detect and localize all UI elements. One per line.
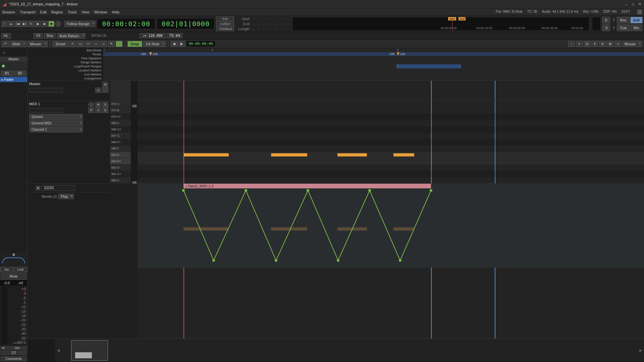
- menu-window[interactable]: Window: [94, 10, 107, 14]
- panner[interactable]: [1, 253, 26, 266]
- solo-alert-button[interactable]: Solo: [216, 16, 234, 21]
- mute-button[interactable]: Mute: [1, 273, 26, 280]
- master-mute-button[interactable]: M: [102, 82, 108, 87]
- cut-tool[interactable]: ✂: [85, 41, 92, 47]
- automation-lane-header[interactable]: ✕ 12151: [28, 184, 110, 192]
- smart-button[interactable]: Smart: [53, 41, 68, 47]
- metronome-button[interactable]: ▲: [8, 21, 14, 27]
- midi1-solo-button[interactable]: S: [102, 102, 108, 107]
- output-button[interactable]: Out: [7, 346, 27, 350]
- visual-undo-button[interactable]: ↶: [2, 41, 9, 47]
- zoom-tracks-in[interactable]: ⊕: [607, 41, 613, 47]
- audition-alert-button[interactable]: Audition: [216, 21, 234, 26]
- track-header-master[interactable]: Master M A G: [28, 81, 110, 101]
- ruler-cue[interactable]: [103, 72, 644, 76]
- piano-key[interactable]: 064 E: [110, 152, 131, 158]
- midi1-group-button[interactable]: G: [102, 108, 108, 113]
- summary-left-button[interactable]: ◀: [55, 339, 62, 362]
- ruler-label-range[interactable]: Range Markers: [28, 60, 101, 64]
- edit-page-button[interactable]: Edit: [630, 17, 643, 23]
- master-canvas[interactable]: [138, 81, 644, 101]
- output-page[interactable]: 1/2: [0, 350, 27, 355]
- nudge-right-button[interactable]: ▶: [178, 41, 185, 47]
- automation-mode-combo[interactable]: Play: [58, 194, 73, 199]
- stop-label[interactable]: Stop: [44, 33, 56, 39]
- snap-button[interactable]: Snap: [127, 41, 142, 47]
- play-range-button[interactable]: ▶: [35, 21, 41, 27]
- strip-name[interactable]: Master: [0, 57, 27, 62]
- piano-key[interactable]: 063 D♯: [110, 158, 131, 165]
- peak-display[interactable]: -inf: [14, 280, 28, 286]
- edit-tool[interactable]: ⬚: [116, 41, 122, 47]
- ruler-location[interactable]: [103, 68, 644, 72]
- automation-value[interactable]: 12151: [42, 185, 75, 191]
- ruler-tsig[interactable]: [103, 56, 644, 60]
- midi1-rec-button[interactable]: ●: [88, 102, 94, 107]
- midi1-channel-combo[interactable]: Channel 1: [29, 127, 83, 132]
- phase-invert-2[interactable]: Ø2: [14, 70, 27, 76]
- midi-panic-button[interactable]: !: [1, 21, 7, 27]
- nudge-clock[interactable]: 00:00:00:00: [186, 41, 215, 47]
- punch-in-button[interactable]: ⊏: [602, 17, 610, 23]
- record-button[interactable]: ●: [55, 21, 61, 27]
- zoom-height-button[interactable]: ⇕: [591, 41, 598, 47]
- automation-point[interactable]: [245, 189, 247, 192]
- auto-return-combo[interactable]: Auto Return: [57, 33, 86, 39]
- automation-point[interactable]: [275, 259, 277, 262]
- range-tool[interactable]: ▭: [77, 41, 84, 47]
- grab-tool[interactable]: ↖: [69, 41, 76, 47]
- tempo-display[interactable]: ♩= 120.000: [140, 33, 166, 38]
- marker-end[interactable]: end: [459, 17, 466, 20]
- menu-edit[interactable]: Edit: [40, 10, 47, 14]
- tempo-marker-icon[interactable]: [397, 52, 399, 56]
- ruler-loop[interactable]: [103, 64, 644, 68]
- automation-point[interactable]: [213, 259, 215, 262]
- comments-button[interactable]: Comments: [0, 356, 27, 362]
- zoom-full-button[interactable]: ⊡: [584, 41, 590, 47]
- stretch-tool[interactable]: ↔: [93, 41, 99, 47]
- piano-key[interactable]: 065 F: [110, 145, 131, 152]
- phase-invert-1[interactable]: Ø1: [1, 70, 13, 76]
- summary-right-button[interactable]: ▶: [637, 339, 644, 362]
- tempo-marker-icon[interactable]: [149, 52, 152, 56]
- piano-roll-keys[interactable]: 072 C071 B070 A♯069 A068 G♯067 G066 F♯06…: [110, 101, 131, 184]
- zoom-out-button[interactable]: −: [568, 41, 575, 47]
- edit-mode-combo[interactable]: Slide: [10, 41, 26, 47]
- ruler-label-tsig[interactable]: Time Signature: [28, 56, 101, 60]
- piano-key[interactable]: 070 A♯: [110, 114, 131, 120]
- strip-routing[interactable]: [0, 62, 27, 69]
- ruler-label-loop[interactable]: Loop/Punch Ranges: [28, 64, 101, 68]
- automation-point[interactable]: [307, 189, 309, 192]
- lock-button[interactable]: Lock: [14, 267, 27, 272]
- gain-display[interactable]: -0.0: [0, 280, 14, 286]
- automation-point[interactable]: [369, 189, 371, 192]
- ruler-label-cue[interactable]: Cue Markers: [28, 72, 101, 76]
- track-header-midi1[interactable]: MIDI 1 ● M S P A G: [28, 101, 110, 184]
- zoom-in-button[interactable]: +: [576, 41, 583, 47]
- master-automation-button[interactable]: A: [95, 87, 101, 93]
- time-signature-display[interactable]: TS: 4/4: [167, 33, 182, 38]
- ruler-label-tempo[interactable]: Tempo: [28, 52, 101, 56]
- piano-key[interactable]: 060 C: [110, 177, 131, 184]
- piano-key[interactable]: 069 A: [110, 120, 131, 126]
- ruler-label-location[interactable]: Location Markers: [28, 68, 101, 72]
- midi-note[interactable]: [271, 153, 307, 157]
- mono-button[interactable]: M: [0, 346, 7, 350]
- menu-session[interactable]: Session: [2, 10, 15, 14]
- varispeed-button[interactable]: VS: [34, 33, 43, 39]
- zoom-tracks-out[interactable]: ⊖: [599, 41, 606, 47]
- midi1-fader[interactable]: [29, 108, 63, 113]
- mix-page-button[interactable]: Mix: [631, 24, 642, 31]
- automation-canvas[interactable]: ♫Take6_MIDI 1-2: [138, 184, 644, 267]
- automation-point[interactable]: [337, 259, 339, 262]
- log-button[interactable]: [637, 10, 642, 14]
- window-maximize-icon[interactable]: ◇: [632, 2, 634, 6]
- canvas[interactable]: ♫Take6_MIDI 1-2: [138, 81, 644, 339]
- loop-button[interactable]: ↻: [28, 21, 34, 27]
- piano-key[interactable]: 068 G♯: [110, 126, 131, 133]
- draw-tool[interactable]: ✎: [108, 41, 115, 47]
- zoom-focus-combo[interactable]: Mouse: [622, 41, 642, 47]
- menu-track[interactable]: Track: [68, 10, 77, 14]
- stop-button[interactable]: ■: [48, 21, 54, 27]
- menu-view[interactable]: View: [82, 10, 90, 14]
